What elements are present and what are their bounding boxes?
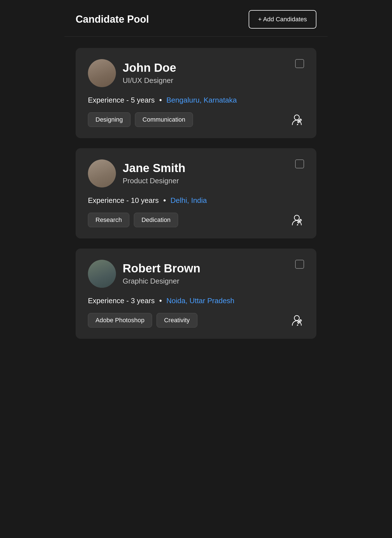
name-section-robert-brown: Robert Brown Graphic Designer [123,262,200,285]
candidate-info-john-doe: John Doe UI/UX Designer [88,59,176,87]
dot-john-doe: • [159,96,162,105]
page-title: Candidate Pool [76,13,149,25]
skill-tag-john-doe-1: Communication [135,112,193,127]
candidate-checkbox-robert-brown[interactable] [295,260,304,269]
skill-tag-robert-brown-0: Adobe Photoshop [88,313,152,328]
experience-text-jane-smith: Experience - 10 years [88,196,159,205]
candidate-card-john-doe: John Doe UI/UX Designer Experience - 5 y… [76,48,316,138]
location-text-jane-smith: Delhi, India [171,196,207,205]
skill-tag-jane-smith-0: Research [88,213,129,227]
card-footer-john-doe: Designing Communication [88,112,304,127]
edit-button-jane-smith[interactable] [290,213,304,227]
card-header-john-doe: John Doe UI/UX Designer [88,59,304,87]
name-section-jane-smith: Jane Smith Product Designer [123,162,185,185]
page-container: Candidate Pool + Add Candidates John Doe… [64,0,328,350]
experience-location-robert-brown: Experience - 3 years • Noida, Uttar Prad… [88,296,304,305]
skill-tag-jane-smith-1: Dedication [134,213,178,227]
candidate-name-jane-smith: Jane Smith [123,162,185,175]
candidate-name-robert-brown: Robert Brown [123,262,200,275]
card-footer-robert-brown: Adobe Photoshop Creativity [88,313,304,328]
svg-point-6 [294,316,299,321]
skill-tag-john-doe-0: Designing [88,112,130,127]
candidate-checkbox-john-doe[interactable] [295,59,304,68]
candidate-info-jane-smith: Jane Smith Product Designer [88,159,185,187]
skills-row-jane-smith: Research Dedication [88,213,178,227]
skills-row-robert-brown: Adobe Photoshop Creativity [88,313,197,328]
skill-tag-robert-brown-1: Creativity [157,313,197,328]
candidate-card-robert-brown: Robert Brown Graphic Designer Experience… [76,249,316,339]
candidate-name-john-doe: John Doe [123,61,176,74]
svg-point-0 [294,115,299,120]
candidate-info-robert-brown: Robert Brown Graphic Designer [88,260,200,288]
location-text-john-doe: Bengaluru, Karnataka [166,96,237,105]
name-section-john-doe: John Doe UI/UX Designer [123,61,176,85]
candidate-role-john-doe: UI/UX Designer [123,76,176,85]
avatar-robert-brown [88,260,116,288]
edit-button-robert-brown[interactable] [290,313,304,328]
candidate-role-robert-brown: Graphic Designer [123,277,200,286]
avatar-john-doe [88,59,116,87]
dot-jane-smith: • [163,196,166,205]
experience-text-robert-brown: Experience - 3 years [88,296,155,305]
avatar-jane-smith [88,159,116,187]
candidate-role-jane-smith: Product Designer [123,177,185,185]
candidate-card-jane-smith: Jane Smith Product Designer Experience -… [76,148,316,238]
experience-location-jane-smith: Experience - 10 years • Delhi, India [88,196,304,205]
dot-robert-brown: • [159,296,162,305]
location-text-robert-brown: Noida, Uttar Pradesh [166,296,234,305]
page-header: Candidate Pool + Add Candidates [64,0,328,37]
experience-text-john-doe: Experience - 5 years [88,96,155,105]
add-candidates-button[interactable]: + Add Candidates [249,10,316,29]
card-footer-jane-smith: Research Dedication [88,213,304,227]
candidate-checkbox-jane-smith[interactable] [295,159,304,168]
svg-point-3 [294,215,299,220]
card-header-jane-smith: Jane Smith Product Designer [88,159,304,187]
skills-row-john-doe: Designing Communication [88,112,193,127]
card-header-robert-brown: Robert Brown Graphic Designer [88,260,304,288]
candidates-list: John Doe UI/UX Designer Experience - 5 y… [64,37,328,350]
experience-location-john-doe: Experience - 5 years • Bengaluru, Karnat… [88,96,304,105]
edit-button-john-doe[interactable] [290,112,304,127]
